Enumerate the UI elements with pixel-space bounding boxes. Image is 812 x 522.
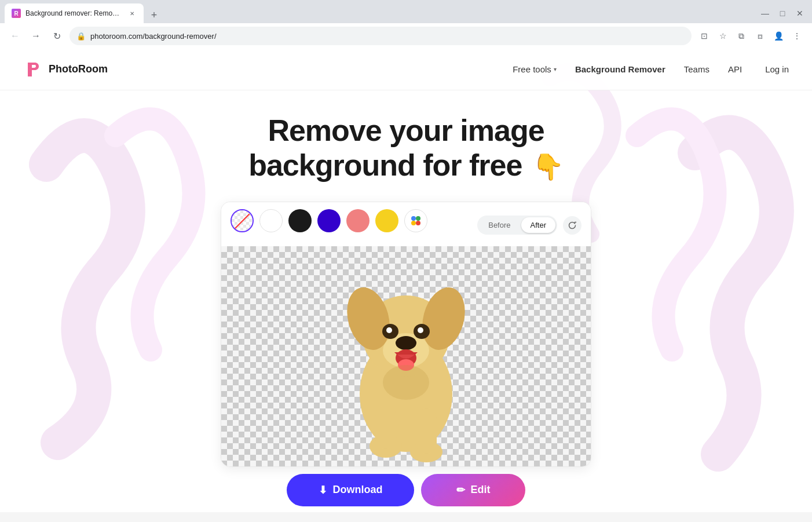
edit-button[interactable]: ✏ Edit [421,474,525,506]
tab-close-button[interactable]: ✕ [127,9,137,18]
nav-free-tools[interactable]: Free tools ▾ [513,64,557,74]
site-nav: PhotoRoom Free tools ▾ Background Remove… [0,49,812,90]
svg-rect-18 [375,406,396,449]
before-button[interactable]: Before [479,217,520,233]
page-content: PhotoRoom Free tools ▾ Background Remove… [0,49,812,512]
maximize-button[interactable]: □ [775,6,790,21]
cast-icon[interactable]: ⊡ [696,28,712,44]
edit-label: Edit [471,484,491,496]
split-screen-icon[interactable]: ⧈ [752,28,768,44]
extensions-icon[interactable]: ⧉ [733,28,749,44]
color-yellow[interactable] [375,209,398,232]
reload-button[interactable]: ↻ [49,28,65,44]
image-controls-top: Before After [221,202,591,246]
nav-teams-label: Teams [684,64,709,74]
hero-title: Remove your image background for free 👇 [248,114,564,183]
svg-point-9 [396,336,416,350]
color-picker [231,209,427,232]
chevron-down-icon: ▾ [554,66,557,72]
profile-icon[interactable]: 👤 [770,28,787,44]
color-pink[interactable] [346,209,370,232]
svg-rect-19 [416,408,437,454]
color-more[interactable] [404,209,427,232]
edit-icon: ✏ [456,484,465,497]
nav-links: Free tools ▾ Background Remover Teams AP… [513,64,742,74]
svg-point-2 [411,221,416,225]
refresh-button[interactable] [563,216,581,235]
window-controls: — □ ✕ [758,6,807,21]
color-transparent[interactable] [231,209,254,232]
tab-area: R Background remover: Remove yo ✕ + [5,3,758,23]
menu-icon[interactable]: ⋮ [789,28,805,44]
browser-chrome: R Background remover: Remove yo ✕ + — □ … [0,0,812,49]
after-button[interactable]: After [521,217,555,233]
forward-button[interactable]: → [28,28,44,44]
before-after-toggle: Before After [477,216,557,235]
svg-point-3 [416,221,420,225]
svg-point-0 [411,216,416,221]
hero-title-line1: Remove your image [268,114,544,147]
tab-favicon: R [12,9,21,18]
nav-free-tools-label: Free tools [513,64,551,74]
color-black[interactable] [288,209,312,232]
svg-point-14 [386,327,392,333]
download-icon: ⬇ [319,484,327,497]
dog-image [310,249,502,463]
address-bar[interactable]: 🔒 photoroom.com/background-remover/ [70,27,692,45]
toolbar-actions: ⊡ ☆ ⧉ ⧈ 👤 ⋮ [696,28,805,44]
logo-area: PhotoRoom [23,59,108,80]
url-text: photoroom.com/background-remover/ [90,32,685,41]
login-link[interactable]: Log in [765,64,789,74]
photoroom-logo-icon [23,59,44,80]
cursor-emoji: 👇 [532,152,564,182]
browser-titlebar: R Background remover: Remove yo ✕ + — □ … [0,0,812,23]
svg-point-15 [418,327,423,333]
nav-teams[interactable]: Teams [684,64,709,74]
action-buttons: ⬇ Download ✏ Edit [287,474,525,506]
tab-title: Background remover: Remove yo [25,9,123,17]
image-area [221,246,591,466]
download-button[interactable]: ⬇ Download [287,474,414,506]
nav-background-remover[interactable]: Background Remover [575,64,665,74]
logo-text[interactable]: PhotoRoom [49,63,108,75]
nav-background-remover-label: Background Remover [575,64,665,74]
bookmark-icon[interactable]: ☆ [715,28,731,44]
hero-section: Remove your image background for free 👇 [0,90,812,506]
svg-point-20 [383,365,429,400]
close-window-button[interactable]: ✕ [792,6,807,21]
favicon-letter: R [14,10,18,17]
hero-title-line2: background for free [248,148,522,182]
nav-api-label: API [728,64,742,74]
lock-icon: 🔒 [76,32,86,41]
download-label: Download [333,484,383,496]
nav-api[interactable]: API [728,64,742,74]
color-white[interactable] [259,209,283,232]
browser-toolbar: ← → ↻ 🔒 photoroom.com/background-remover… [0,23,812,49]
color-purple[interactable] [317,209,341,232]
new-tab-button[interactable]: + [146,7,162,23]
back-button[interactable]: ← [7,28,23,44]
image-card: Before After [221,202,591,467]
minimize-button[interactable]: — [758,6,773,21]
svg-point-1 [416,216,420,221]
active-tab[interactable]: R Background remover: Remove yo ✕ [5,3,144,23]
